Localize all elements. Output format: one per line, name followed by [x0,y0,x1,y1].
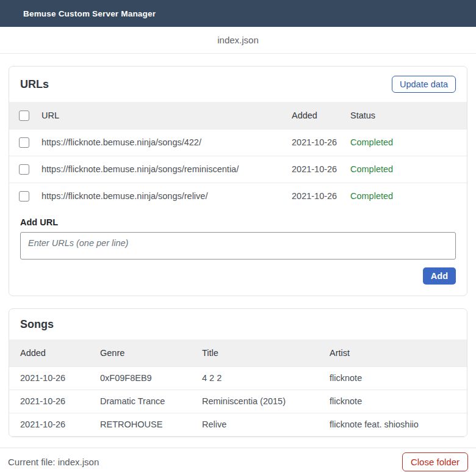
file-header: index.json [0,27,476,54]
urls-col-url: URL [32,102,292,129]
add-url-section: Add URL Add [9,209,467,296]
urls-card-header: URLs Update data [9,67,467,102]
song-genre-cell: 0xF09F8EB9 [89,366,191,390]
add-url-actions: Add [20,267,456,285]
urls-table-header-row: URL Added Status [9,102,467,129]
url-cell: https://flicknote.bemuse.ninja/songs/422… [32,129,292,156]
song-table-row: 2021-10-26 Dramatic Trance Reminiscentia… [9,390,467,413]
songs-card-header: Songs [9,309,467,339]
songs-col-added: Added [9,339,89,366]
songs-col-title: Title [191,339,319,366]
add-url-textarea[interactable] [20,232,456,260]
song-table-row: 2021-10-26 RETROHOUSE Relive flicknote f… [9,413,467,436]
current-file-status: Current file: index.json [8,457,99,467]
current-file-name: index.json [217,35,259,45]
song-artist-cell: flicknote [319,366,467,390]
song-genre-cell: RETROHOUSE [89,413,191,436]
status-badge: Completed [350,129,467,156]
status-badge: Completed [350,183,467,209]
url-row-checkbox[interactable] [19,137,29,148]
added-cell: 2021-10-26 [292,183,350,209]
main-content: URLs Update data URL Added Status https:… [0,66,476,437]
add-url-label: Add URL [20,217,456,227]
status-bar: Current file: index.json Close folder [0,448,476,472]
url-table-row: https://flicknote.bemuse.ninja/songs/422… [9,129,467,156]
songs-table-header-row: Added Genre Title Artist [9,339,467,366]
urls-col-added: Added [292,102,350,129]
url-cell: https://flicknote.bemuse.ninja/songs/rem… [32,156,292,183]
song-title-cell: 4 2 2 [191,366,319,390]
song-artist-cell: flicknote [319,390,467,413]
song-added-cell: 2021-10-26 [9,413,89,436]
url-row-checkbox[interactable] [19,164,29,175]
songs-card-title: Songs [20,318,54,331]
added-cell: 2021-10-26 [292,156,350,183]
urls-card-title: URLs [20,78,49,91]
url-table-row: https://flicknote.bemuse.ninja/songs/rel… [9,183,467,209]
added-cell: 2021-10-26 [292,129,350,156]
song-artist-cell: flicknote feat. shioshiio [319,413,467,436]
song-genre-cell: Dramatic Trance [89,390,191,413]
song-table-row: 2021-10-26 0xF09F8EB9 4 2 2 flicknote [9,366,467,390]
song-added-cell: 2021-10-26 [9,366,89,390]
app-navbar: Bemuse Custom Server Manager [0,0,476,27]
url-cell: https://flicknote.bemuse.ninja/songs/rel… [32,183,292,209]
song-added-cell: 2021-10-26 [9,390,89,413]
song-title-cell: Relive [191,413,319,436]
url-row-checkbox[interactable] [19,191,29,202]
urls-col-status: Status [350,102,467,129]
close-folder-button[interactable]: Close folder [402,452,468,471]
update-data-button[interactable]: Update data [392,76,456,93]
select-all-checkbox[interactable] [19,111,29,121]
songs-col-artist: Artist [319,339,467,366]
urls-card: URLs Update data URL Added Status https:… [9,66,467,296]
app-title: Bemuse Custom Server Manager [23,9,156,18]
song-title-cell: Reminiscentia (2015) [191,390,319,413]
songs-col-genre: Genre [89,339,191,366]
status-badge: Completed [350,156,467,183]
songs-table: Added Genre Title Artist 2021-10-26 0xF0… [9,339,467,437]
urls-table: URL Added Status https://flicknote.bemus… [9,102,467,209]
url-table-row: https://flicknote.bemuse.ninja/songs/rem… [9,156,467,183]
songs-card: Songs Added Genre Title Artist 2021-10-2… [9,308,467,437]
add-button[interactable]: Add [423,267,456,285]
